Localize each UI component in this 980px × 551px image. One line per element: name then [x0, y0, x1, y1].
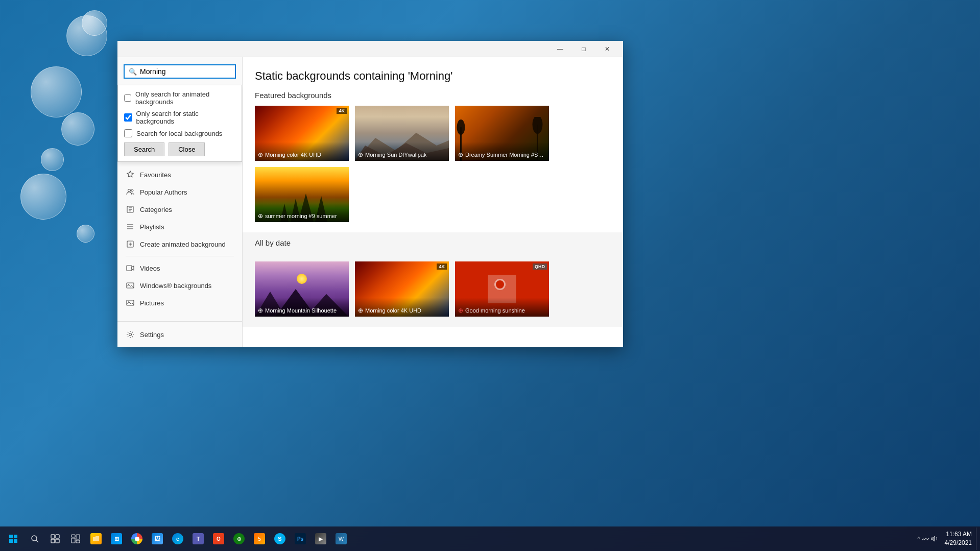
card-summer-morning[interactable]: ⊕ summer morning #9 summer [255, 167, 349, 222]
svg-point-16 [128, 301, 129, 302]
search-button[interactable]: Search [124, 142, 164, 156]
card-badge-4k-2: 4K [437, 263, 447, 270]
card-morning-color-4k[interactable]: ⊕ Morning color 4K UHD 4K [255, 106, 349, 161]
videos-label: Videos [140, 265, 160, 272]
title-bar: — □ ✕ [117, 41, 623, 57]
media-button[interactable]: ▶ [310, 528, 331, 550]
svg-point-23 [533, 117, 543, 134]
static-label: Only search for static backgrounds [136, 110, 235, 125]
chrome-button[interactable] [127, 528, 147, 550]
xbox-button[interactable]: ⊛ [229, 528, 249, 550]
widgets-button[interactable] [65, 528, 86, 550]
add-circle-icon4: ⊕ [258, 212, 263, 220]
taskbar: ⊞ 🖼 e T O ⊛ 5 S [0, 526, 980, 551]
svg-point-1 [131, 189, 133, 191]
all-by-date-grid: ⊕ Morning Mountain Silhouette ⊕ Morning … [243, 253, 623, 327]
card-label-good-morning: ⊕ Good morning sunshine [455, 298, 549, 317]
svg-point-14 [128, 284, 129, 285]
picture-icon [126, 298, 135, 307]
svg-rect-39 [51, 539, 55, 543]
task-view-button[interactable] [45, 528, 65, 550]
svg-rect-12 [127, 266, 132, 271]
svg-rect-44 [76, 540, 80, 543]
search-input[interactable] [140, 67, 231, 76]
start-button[interactable] [2, 528, 25, 550]
photos-button[interactable]: 🖼 [147, 528, 168, 550]
svg-rect-32 [14, 535, 17, 538]
sidebar-item-videos[interactable]: Videos [117, 259, 242, 277]
categories-label: Categories [140, 206, 172, 213]
animated-checkbox[interactable] [124, 94, 131, 102]
app1-button[interactable]: 5 [249, 528, 270, 550]
search-taskbar-button[interactable] [25, 528, 45, 550]
local-checkbox-item[interactable]: Search for local backgrounds [124, 129, 235, 137]
animated-checkbox-item[interactable]: Only search for animated backgrounds [124, 90, 235, 106]
content-header: Static backgrounds containing 'Morning' [243, 57, 623, 91]
sidebar-item-pictures[interactable]: Pictures [117, 294, 242, 312]
local-checkbox[interactable] [124, 129, 132, 137]
sidebar-item-create[interactable]: Create animated background [117, 235, 242, 253]
add-circle-icon2: ⊕ [358, 151, 363, 158]
window-body: 🔍 Only search for animated backgrounds O… [117, 57, 623, 347]
add-circle-icon5: ⊕ [258, 307, 263, 314]
maximize-button[interactable]: □ [572, 41, 595, 57]
search-icon: 🔍 [129, 68, 137, 76]
card-morning-color-4k-2[interactable]: ⊕ Morning color 4K UHD 4K [355, 261, 449, 317]
sidebar-item-playlists[interactable]: Playlists [117, 218, 242, 235]
static-checkbox-item[interactable]: Only search for static backgrounds [124, 110, 235, 125]
svg-point-21 [457, 119, 465, 135]
static-checkbox[interactable] [124, 113, 132, 122]
minimize-button[interactable]: — [548, 41, 572, 57]
edge-button[interactable]: e [168, 528, 188, 550]
card-title4: summer morning #9 summer [265, 213, 337, 219]
card-title6: Morning color 4K UHD [365, 307, 421, 314]
popular-authors-label: Popular Authors [140, 188, 187, 196]
star-icon [126, 170, 135, 179]
close-button[interactable]: ✕ [595, 41, 619, 57]
clock-date: 4/29/2021 [945, 539, 972, 547]
settings-label: Settings [140, 331, 164, 339]
windows-image-icon [126, 281, 135, 290]
card-title: Morning color 4K UHD [265, 152, 321, 158]
card-good-morning[interactable]: ⊕ Good morning sunshine QHD [455, 261, 549, 317]
skype-button[interactable]: S [270, 528, 290, 550]
bubble-5 [41, 148, 64, 171]
sidebar-item-settings[interactable]: Settings [117, 326, 242, 343]
system-tray-icon[interactable]: ^ [917, 536, 920, 542]
svg-rect-34 [14, 539, 17, 543]
add-circle-icon: ⊕ [258, 151, 263, 158]
show-desktop-button[interactable] [976, 528, 978, 550]
close-search-button[interactable]: Close [169, 142, 205, 156]
main-content[interactable]: Static backgrounds containing 'Morning' … [243, 57, 623, 347]
svg-rect-31 [9, 535, 13, 538]
card-label-dreamy: ⊕ Dreamy Summer Morning #Spring10 [455, 142, 549, 161]
teams-button[interactable]: T [188, 528, 208, 550]
card-dreamy-summer[interactable]: ⊕ Dreamy Summer Morning #Spring10 [455, 106, 549, 161]
list-icon [126, 222, 135, 231]
card-morning-mountain[interactable]: ⊕ Morning Mountain Silhouette [255, 261, 349, 317]
card-morning-sun[interactable]: ⊕ Morning Sun DIYwallpak [355, 106, 449, 161]
app-window: — □ ✕ 🔍 Only search for animated backgro… [117, 41, 623, 347]
favourites-label: Favourites [140, 171, 171, 179]
sidebar-item-categories[interactable]: Categories [117, 201, 242, 218]
sidebar-item-favourites[interactable]: Favourites [117, 166, 242, 183]
system-tray: ^ [915, 535, 940, 543]
office-button[interactable]: O [208, 528, 229, 550]
store-button[interactable]: ⊞ [106, 528, 127, 550]
sidebar-item-popular-authors[interactable]: Popular Authors [117, 183, 242, 201]
svg-rect-15 [127, 300, 134, 305]
wallpaper-engine-button[interactable]: W [331, 528, 351, 550]
add-circle-icon6: ⊕ [358, 307, 363, 314]
svg-rect-40 [56, 539, 59, 543]
card-badge-qhd: QHD [533, 263, 547, 270]
sidebar-item-windows-backgrounds[interactable]: Windows® backgrounds [117, 277, 242, 294]
file-explorer-button[interactable] [86, 528, 106, 550]
create-label: Create animated background [140, 241, 226, 248]
nav-divider [126, 256, 234, 256]
featured-grid: ⊕ Morning color 4K UHD 4K ⊕ Morning Sun … [243, 106, 623, 232]
ps-button[interactable]: Ps [290, 528, 310, 550]
bubble-6 [20, 174, 66, 220]
bubble-2 [82, 10, 107, 36]
svg-rect-38 [56, 535, 59, 538]
taskbar-clock[interactable]: 11:63 AM 4/29/2021 [941, 530, 976, 547]
